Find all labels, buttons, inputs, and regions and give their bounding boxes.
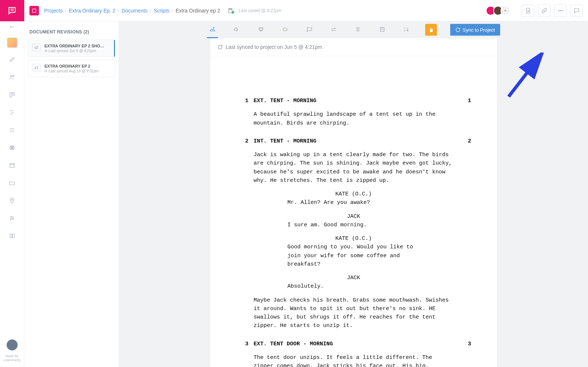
link-button[interactable] (538, 4, 551, 17)
sort-numeric-icon[interactable]: 12 (401, 21, 412, 38)
revision-subtitle: ⟳Last synced Aug 19 @ 9:31pm (44, 69, 99, 73)
back-arrow-icon[interactable]: ← (0, 21, 24, 32)
scene-number-right: 2 (459, 137, 471, 330)
more-button[interactable] (554, 4, 567, 17)
revision-badge: v2 (32, 44, 41, 51)
list-indent-icon[interactable] (0, 104, 24, 121)
lock-button[interactable] (425, 24, 437, 36)
crumb-scripts[interactable]: Scripts (154, 8, 169, 14)
collaborator-avatars[interactable]: + (488, 6, 510, 15)
crumb-documents[interactable]: Documents (122, 8, 148, 14)
people-icon[interactable] (0, 68, 24, 86)
user-avatar[interactable] (7, 339, 18, 350)
book-icon[interactable] (0, 227, 24, 245)
avatar-add[interactable]: + (501, 6, 510, 15)
align-icon[interactable] (352, 21, 363, 38)
footer-credit: Made ByLeanometry (3, 354, 21, 367)
scene-number-right: 3 (459, 340, 471, 367)
top-bar: Projects› Extra Ordinary Ep. 2› Document… (24, 0, 588, 21)
svg-rect-3 (12, 93, 14, 96)
project-icon[interactable] (29, 6, 39, 15)
edit-icon[interactable] (0, 51, 24, 68)
svg-point-8 (12, 218, 13, 219)
revision-subtitle: ⟳Last synced Jun 5 @ 4:21pm (44, 49, 107, 53)
scene-heading[interactable]: EXT. TENT DOOR - MORNING (254, 340, 453, 348)
svg-point-14 (562, 10, 562, 11)
location-icon[interactable] (0, 192, 24, 209)
project-thumbnail[interactable] (7, 37, 17, 48)
scene-number-left: 3 (236, 340, 248, 367)
revisions-panel: DOCUMENT REVISIONS (2) v2 EXTRA ORDINARY… (24, 21, 119, 367)
svg-point-15 (214, 27, 214, 28)
folder-icon[interactable] (0, 174, 24, 192)
scene-number-left: 1 (236, 97, 248, 127)
revision-card[interactable]: v1 EXTRA ORDINARY EP 2 ⟳Last synced Aug … (28, 60, 115, 77)
svg-point-6 (11, 199, 13, 201)
character-cue[interactable]: JACK (254, 274, 453, 282)
svg-rect-5 (10, 164, 14, 168)
character-cue[interactable]: JACK (254, 212, 453, 221)
editor-toolbar: 12 Sync to Project (119, 21, 588, 38)
sync-status-text: Last synced to project on Jun 5 @ 4:21pm (226, 44, 322, 50)
calendar-icon[interactable] (0, 156, 24, 174)
dialogue-text[interactable]: I sure am. Good morning. (287, 221, 420, 229)
main-nav-rail: ← Made ByLeanometry (0, 0, 24, 367)
dialogue-text[interactable]: Absolutely. (287, 282, 420, 291)
last-saved-label: Last saved @ 4:21pm (239, 8, 282, 13)
scene: 1EXT. TENT - MORNINGA beautiful sprawlin… (236, 97, 471, 127)
app-logo[interactable] (0, 0, 24, 21)
revision-card[interactable]: v2 EXTRA ORDINARY EP 2 SHOOTIN... ⟳Last … (28, 40, 115, 57)
svg-point-17 (262, 28, 262, 29)
breadcrumb: Projects› Extra Ordinary Ep. 2› Document… (44, 8, 220, 14)
scene: 3EXT. TENT DOOR - MORNINGThe tent door u… (236, 340, 471, 367)
export-pdf-button[interactable] (522, 4, 534, 17)
dialogue-text[interactable]: Mr. Allen? Are you awake? (287, 198, 420, 207)
svg-point-13 (560, 10, 561, 11)
crumb-projects[interactable]: Projects (44, 8, 63, 14)
comment-icon[interactable] (304, 21, 315, 38)
scene-heading[interactable]: INT. TENT - MORNING (254, 137, 453, 145)
mask-icon[interactable] (255, 21, 266, 38)
landscape-icon[interactable] (207, 21, 218, 38)
svg-text:1: 1 (404, 26, 406, 29)
dialogue-text[interactable]: Good morning to you. Would you like to j… (287, 243, 420, 269)
svg-point-0 (10, 75, 12, 77)
svg-line-22 (509, 58, 539, 97)
attention-arrow (505, 53, 545, 100)
megaphone-icon[interactable] (231, 21, 242, 38)
swap-icon[interactable] (328, 21, 339, 38)
action-text[interactable]: Jack is waking up in a tent clearly made… (254, 151, 453, 185)
wheel-icon[interactable] (0, 139, 24, 156)
workspace: 12 Sync to Project Last synced to projec… (119, 21, 588, 367)
character-cue[interactable]: KATE (O.C.) (254, 234, 453, 243)
list-icon[interactable] (0, 121, 24, 139)
scene-number-right: 1 (459, 97, 471, 127)
sync-status-bar: Last synced to project on Jun 5 @ 4:21pm (210, 38, 497, 56)
chat-button[interactable] (570, 4, 583, 17)
character-cue[interactable]: KATE (O.C.) (254, 190, 453, 198)
svg-point-1 (12, 75, 14, 77)
svg-text:2: 2 (404, 29, 406, 32)
crumb-episode[interactable]: Extra Ordinary Ep. 2 (69, 8, 115, 14)
svg-point-16 (260, 28, 261, 29)
script-page[interactable]: 1EXT. TENT - MORNINGA beautiful sprawlin… (210, 56, 497, 367)
svg-point-9 (10, 219, 11, 220)
note-icon[interactable] (377, 21, 388, 38)
svg-point-18 (283, 28, 287, 31)
scene-heading[interactable]: EXT. TENT - MORNING (254, 97, 453, 105)
action-text[interactable]: The tent door unzips. It feels a little … (254, 353, 453, 367)
svg-rect-19 (380, 27, 384, 31)
svg-rect-2 (10, 93, 12, 97)
boards-icon[interactable] (0, 86, 24, 104)
scene-number-left: 2 (236, 137, 248, 330)
revision-badge: v1 (32, 64, 41, 71)
action-text[interactable]: Maybe Jack checks his breath. Grabs some… (254, 296, 453, 330)
scene: 2INT. TENT - MORNINGJack is waking up in… (236, 137, 471, 330)
revisions-title: DOCUMENT REVISIONS (2) (24, 21, 119, 40)
sliders-icon[interactable] (0, 209, 24, 227)
sync-to-project-button[interactable]: Sync to Project (450, 24, 500, 36)
svg-rect-10 (32, 9, 36, 12)
crumb-current: Extra Ordinary ep 2 (176, 8, 220, 14)
action-text[interactable]: A beautiful sprawling landscape of a ten… (254, 110, 453, 127)
ellipse-icon[interactable] (280, 21, 291, 38)
